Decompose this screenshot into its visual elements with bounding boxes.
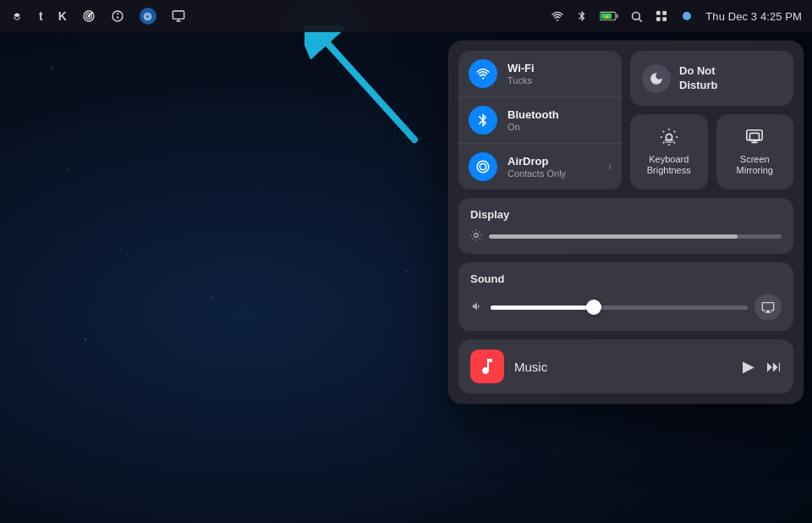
top-row: Wi-Fi Tucks Bluetooth On: [458, 51, 793, 190]
battery-icon[interactable]: ⚡: [600, 11, 618, 21]
bluetooth-text: Bluetooth On: [508, 108, 612, 133]
svg-line-26: [674, 142, 675, 143]
control-center-icon[interactable]: [655, 9, 668, 23]
volume-icon: [470, 300, 484, 315]
svg-line-41: [472, 231, 473, 232]
screen-mirroring-button[interactable]: Screen Mirroring: [716, 114, 794, 190]
right-top-buttons: Do NotDisturb: [630, 51, 793, 190]
menubar-time: 4:25 PM: [760, 10, 802, 23]
brightness-icon: [470, 229, 482, 244]
svg-rect-35: [750, 133, 760, 140]
bluetooth-icon-wrap: [469, 106, 497, 135]
airdrop-chevron: ›: [608, 161, 612, 173]
klack-icon[interactable]: K: [58, 9, 67, 23]
bluetooth-menubar-icon[interactable]: [576, 9, 588, 23]
keyboard-brightness-button[interactable]: Keyboard Brightness: [630, 114, 708, 190]
sound-section: Sound: [458, 262, 793, 331]
screen-mirroring-label: Screen Mirroring: [725, 154, 786, 176]
svg-rect-16: [656, 11, 661, 15]
svg-point-38: [475, 234, 479, 238]
wifi-item[interactable]: Wi-Fi Tucks: [458, 51, 622, 97]
airdrop-icon-wrap: [469, 152, 497, 181]
display-label: Display: [470, 208, 782, 221]
svg-rect-17: [663, 11, 667, 15]
svg-text:⚡: ⚡: [604, 14, 610, 20]
sound-slider-track[interactable]: [491, 306, 748, 310]
radar-icon[interactable]: [82, 9, 96, 23]
music-label: Music: [514, 360, 732, 374]
screen-mirroring-icon: [745, 128, 764, 149]
svg-line-25: [663, 131, 664, 132]
display-slider-track[interactable]: [489, 234, 782, 239]
sound-slider-row: [470, 294, 782, 321]
display-slider-fill: [489, 234, 738, 239]
airplay-button[interactable]: [754, 294, 782, 321]
airdrop-item[interactable]: AirDrop Contacts Only ›: [458, 144, 622, 190]
svg-rect-34: [747, 130, 762, 140]
wifi-subtitle: Tucks: [508, 75, 612, 85]
display-section: Display: [458, 198, 793, 254]
bottom-right-buttons: Keyboard Brightness Screen Mirroring: [630, 114, 793, 190]
dnd-label: Do NotDisturb: [679, 64, 718, 93]
svg-rect-19: [663, 17, 667, 21]
bluetooth-subtitle: On: [508, 122, 612, 132]
keyboard-brightness-label: Keyboard Brightness: [639, 154, 700, 176]
menubar-right: ⚡ Thu Dec 3 4:25 PM: [551, 9, 802, 23]
music-section: Music ▶ ⏭: [458, 339, 793, 394]
svg-line-15: [639, 19, 642, 21]
music-controls: ▶ ⏭: [743, 357, 782, 376]
siri-icon[interactable]: [680, 9, 694, 23]
dnd-icon-wrap: [642, 64, 671, 93]
search-menubar-icon[interactable]: [630, 10, 643, 23]
display-icon[interactable]: [172, 9, 185, 23]
svg-line-46: [480, 231, 480, 232]
menubar: t K ⚡: [0, 0, 812, 32]
wifi-text: Wi-Fi Tucks: [508, 62, 612, 86]
svg-point-20: [683, 12, 691, 20]
music-fast-forward-button[interactable]: ⏭: [766, 358, 782, 376]
svg-rect-7: [173, 11, 184, 19]
dnd-button[interactable]: Do NotDisturb: [630, 51, 793, 106]
svg-line-45: [472, 239, 473, 239]
info-icon[interactable]: [111, 9, 124, 23]
music-app-icon: [470, 350, 504, 383]
svg-line-3: [89, 12, 93, 16]
music-play-button[interactable]: ▶: [743, 357, 754, 376]
svg-line-29: [663, 142, 664, 143]
bluetooth-item[interactable]: Bluetooth On: [458, 97, 622, 144]
svg-point-14: [633, 12, 640, 19]
menubar-datetime: Thu Dec 3 4:25 PM: [705, 10, 802, 23]
sound-label: Sound: [470, 273, 782, 285]
dropbox-icon[interactable]: [10, 9, 24, 23]
wifi-title: Wi-Fi: [508, 62, 612, 75]
menubar-left-icons: t K: [10, 8, 185, 25]
bluetooth-title: Bluetooth: [508, 108, 612, 122]
connectivity-block: Wi-Fi Tucks Bluetooth On: [458, 51, 622, 190]
airdrop-subtitle: Contacts Only: [508, 168, 598, 179]
typora-icon[interactable]: t: [39, 9, 43, 23]
airdrop-text: AirDrop Contacts Only: [508, 155, 598, 179]
display-slider-row: [470, 229, 782, 244]
svg-line-42: [480, 239, 480, 239]
wifi-menubar-icon[interactable]: [551, 9, 564, 23]
control-center-panel: Wi-Fi Tucks Bluetooth On: [448, 41, 804, 404]
svg-point-31: [666, 134, 672, 140]
svg-rect-18: [656, 17, 661, 21]
wifi-icon-wrap: [469, 59, 497, 88]
svg-line-30: [674, 131, 675, 132]
antenna-icon[interactable]: [140, 8, 156, 25]
keyboard-brightness-icon: [660, 128, 678, 149]
airdrop-title: AirDrop: [508, 155, 598, 168]
svg-rect-12: [617, 14, 618, 19]
menubar-date: Thu Dec 3: [705, 10, 757, 23]
